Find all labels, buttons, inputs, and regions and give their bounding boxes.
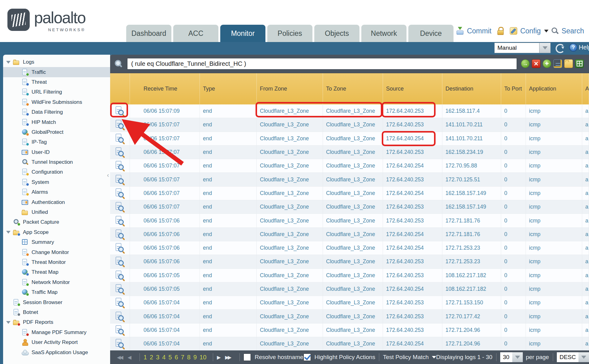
cell-source[interactable]: 172.64.240.253 (383, 214, 442, 227)
cell-from-zone[interactable]: Cloudflare_L3_Zone (257, 132, 323, 145)
log-filter-input[interactable] (127, 58, 517, 70)
cell-source[interactable]: 172.64.240.253 (383, 173, 442, 186)
sidebar-item-threat-monitor[interactable]: Threat Monitor (3, 257, 110, 267)
sidebar-item-user-activity-report[interactable]: User Activity Report (3, 337, 110, 347)
cell-application[interactable]: icmp (526, 200, 582, 214)
column-header-source[interactable]: Source (383, 73, 442, 104)
cell-application[interactable]: icmp (526, 324, 582, 337)
sidebar-item-botnet[interactable]: Botnet (3, 307, 110, 317)
cell-to-zone[interactable]: Cloudflare_L3_Zone (323, 200, 383, 214)
sort-order-select[interactable]: DESC (557, 352, 579, 362)
refresh-mode-select[interactable]: Manual (494, 43, 540, 53)
cell-to-zone[interactable]: Cloudflare_L3_Zone (323, 296, 383, 309)
cell-application[interactable]: icmp (526, 159, 582, 172)
tab-network[interactable]: Network (361, 25, 406, 42)
sort-order-dropdown-button[interactable] (578, 352, 589, 362)
cell-to-zone[interactable]: Cloudflare_L3_Zone (323, 173, 383, 186)
cell-destination[interactable]: 108.162.217.182 (442, 282, 501, 296)
refresh-mode-dropdown-button[interactable] (540, 43, 551, 53)
cell-source[interactable]: 172.64.240.254 (383, 228, 442, 241)
cell-to-zone[interactable]: Cloudflare_L3_Zone (323, 310, 383, 323)
last-page-button[interactable]: ▶▶ (225, 354, 232, 360)
page-9[interactable]: 9 (193, 354, 197, 361)
sidebar-item-data-filtering[interactable]: Data Filtering (3, 107, 110, 117)
log-detail-icon[interactable] (116, 161, 124, 171)
cell-destination[interactable]: 141.101.70.211 (442, 132, 501, 145)
cell-from-zone[interactable]: Cloudflare_L3_Zone (257, 310, 323, 323)
page-8[interactable]: 8 (187, 354, 191, 361)
cell-to-zone[interactable]: Cloudflare_L3_Zone (323, 269, 383, 282)
cell-source[interactable]: 172.64.240.253 (383, 269, 442, 282)
log-detail-icon[interactable] (116, 243, 124, 253)
log-detail-icon[interactable] (116, 120, 124, 129)
cell-destination[interactable]: 172.71.181.76 (442, 228, 501, 241)
save-filter-button[interactable] (553, 59, 562, 68)
page-6[interactable]: 6 (175, 354, 178, 361)
cell-source[interactable]: 172.64.240.254 (383, 132, 442, 145)
cell-to-zone[interactable]: Cloudflare_L3_Zone (323, 118, 383, 131)
cell-from-zone[interactable]: Cloudflare_L3_Zone (257, 324, 323, 337)
log-detail-icon[interactable] (116, 202, 124, 212)
column-header-type[interactable]: Type (200, 73, 257, 104)
sidebar-item-alarms[interactable]: Alarms (3, 187, 110, 197)
sidebar-item-logs[interactable]: Logs (3, 57, 110, 67)
cell-source[interactable]: 172.64.240.254 (383, 337, 442, 350)
log-detail-icon[interactable] (116, 188, 124, 198)
cell-source[interactable]: 172.64.240.253 (383, 296, 442, 309)
cell-destination[interactable]: 162.158.234.19 (442, 146, 501, 159)
cell-destination[interactable]: 172.71.204.96 (442, 324, 501, 337)
column-header-receive-time[interactable]: Receive Time (130, 73, 200, 104)
cell-application[interactable]: icmp (526, 146, 582, 159)
log-detail-icon[interactable] (116, 271, 124, 280)
cell-destination[interactable]: 172.71.253.23 (442, 255, 501, 268)
cell-to-zone[interactable]: Cloudflare_L3_Zone (323, 241, 383, 255)
cell-application[interactable]: icmp (526, 104, 582, 118)
highlight-policy-actions-checkbox[interactable] (303, 353, 311, 361)
sidebar-item-packet-capture[interactable]: Packet Capture (3, 217, 110, 227)
column-header-to-port[interactable]: To Port (501, 73, 526, 104)
cell-source[interactable]: 172.64.240.253 (383, 104, 442, 118)
cell-from-zone[interactable]: Cloudflare_L3_Zone (257, 200, 323, 214)
clear-filter-button[interactable] (532, 59, 540, 68)
cell-application[interactable]: icmp (526, 296, 582, 309)
cell-from-zone[interactable]: Cloudflare_L3_Zone (257, 269, 323, 282)
sidebar-item-user-id[interactable]: User-ID (3, 147, 110, 157)
apply-filter-button[interactable] (521, 59, 530, 68)
cell-application[interactable]: icmp (526, 228, 582, 241)
cell-from-zone[interactable]: Cloudflare_L3_Zone (257, 146, 323, 159)
sidebar-item-session-browser[interactable]: Session Browser (3, 297, 110, 307)
page-3[interactable]: 3 (156, 354, 159, 361)
per-page-dropdown-button[interactable] (512, 352, 523, 362)
cell-destination[interactable]: 162.158.117.4 (442, 104, 501, 118)
sidebar-item-traffic[interactable]: Traffic (3, 67, 110, 77)
sidebar-item-configuration[interactable]: Configuration (3, 167, 110, 177)
cell-destination[interactable]: 141.101.70.211 (442, 118, 501, 131)
cell-application[interactable]: icmp (526, 337, 582, 350)
tab-objects[interactable]: Objects (314, 25, 359, 42)
page-5[interactable]: 5 (168, 354, 172, 361)
cell-from-zone[interactable]: Cloudflare_L3_Zone (257, 282, 323, 296)
sidebar-item-change-monitor[interactable]: Change Monitor (3, 247, 110, 257)
cell-to-zone[interactable]: Cloudflare_L3_Zone (323, 324, 383, 337)
next-page-button[interactable]: ▶ (217, 354, 221, 360)
tab-acc[interactable]: ACC (173, 25, 218, 42)
sidebar-item-url-filtering[interactable]: URL Filtering (3, 87, 110, 97)
add-filter-button[interactable] (543, 59, 551, 68)
column-header-a[interactable]: A (582, 73, 589, 104)
cell-to-zone[interactable]: Cloudflare_L3_Zone (323, 228, 383, 241)
cell-application[interactable]: icmp (526, 282, 582, 296)
cell-source[interactable]: 172.64.240.253 (383, 118, 442, 131)
sidebar-item-hip-match[interactable]: HIP Match (3, 117, 110, 127)
log-detail-icon[interactable] (116, 339, 124, 349)
cell-destination[interactable]: 172.70.95.88 (442, 159, 501, 172)
sidebar-item-threat[interactable]: Threat (3, 77, 110, 87)
cell-source[interactable]: 172.64.240.254 (383, 187, 442, 200)
test-policy-match-button[interactable]: Test Policy Match (383, 354, 429, 361)
commit-button[interactable]: Commit (467, 27, 491, 35)
cell-application[interactable]: icmp (526, 118, 582, 131)
page-1[interactable]: 1 (144, 354, 147, 361)
page-7[interactable]: 7 (181, 354, 184, 361)
help-label[interactable]: Help (579, 44, 589, 51)
page-10[interactable]: 10 (200, 354, 206, 361)
log-detail-icon[interactable] (116, 147, 124, 157)
